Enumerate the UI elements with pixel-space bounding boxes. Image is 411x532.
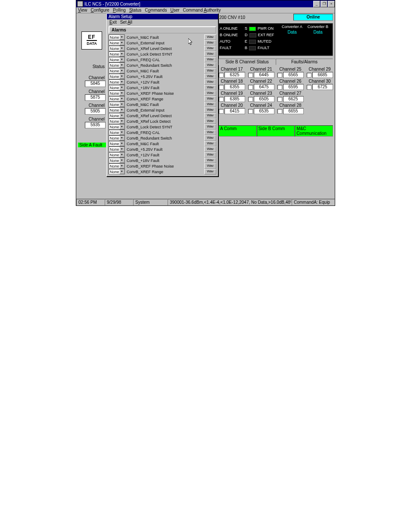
ch2-value[interactable]: 5875 (85, 94, 106, 101)
wav-button[interactable]: Wav (204, 102, 216, 107)
alarm-severity-select[interactable]: None▾ (109, 68, 125, 74)
channel-checkbox[interactable] (219, 73, 224, 78)
wav-button[interactable]: Wav (204, 79, 216, 85)
alarm-severity-select[interactable]: None▾ (109, 141, 125, 146)
channel-value[interactable]: 6625 (283, 96, 304, 102)
channel-value[interactable]: 6415 (224, 108, 245, 114)
channel-checkbox[interactable] (219, 109, 224, 114)
ch1-value[interactable]: 5845 (85, 81, 106, 87)
channel-value[interactable]: 6535 (254, 108, 274, 114)
wav-button[interactable]: Wav (204, 158, 216, 163)
wav-button[interactable]: Wav (204, 169, 216, 174)
wav-button[interactable]: Wav (204, 51, 216, 57)
wav-button[interactable]: Wav (204, 96, 216, 102)
channel-value[interactable]: 6595 (283, 84, 304, 90)
alarm-label: ConvA_M&C Fault (127, 69, 203, 73)
menu-view[interactable]: View (78, 8, 87, 12)
ch3-value[interactable]: 5905 (85, 108, 106, 115)
wav-button[interactable]: Wav (204, 124, 216, 130)
ch4-value[interactable]: 5935 (85, 122, 106, 128)
wav-button[interactable]: Wav (204, 130, 216, 135)
channel-value[interactable]: 6685 (312, 72, 333, 78)
alarm-severity-select[interactable]: None▾ (109, 135, 125, 141)
alarm-severity-select[interactable]: None▾ (109, 40, 125, 46)
wav-button[interactable]: Wav (204, 113, 216, 118)
wav-button[interactable]: Wav (204, 90, 216, 96)
alarm-severity-select[interactable]: None▾ (109, 79, 125, 85)
wav-button[interactable]: Wav (204, 34, 216, 40)
alarm-severity-select[interactable]: None▾ (109, 107, 125, 113)
alarm-severity-select[interactable]: None▾ (109, 146, 125, 152)
alarm-exit[interactable]: Exit (109, 20, 117, 25)
wav-button[interactable]: Wav (204, 107, 216, 113)
channel-checkbox[interactable] (248, 73, 253, 78)
alarm-severity-select[interactable]: None▾ (109, 130, 125, 135)
channel-checkbox[interactable] (277, 97, 282, 102)
channel-value[interactable]: 6355 (224, 84, 245, 90)
channel-value[interactable]: 6475 (254, 84, 274, 90)
channel-checkbox[interactable] (248, 109, 253, 114)
channel-value[interactable]: 6565 (283, 72, 304, 78)
chevron-down-icon: ▾ (119, 52, 125, 56)
alarm-set-all[interactable]: Set All (120, 20, 132, 25)
alarm-severity-select[interactable]: None▾ (109, 85, 125, 90)
alarm-severity-select[interactable]: None▾ (109, 169, 125, 174)
alarm-severity-select[interactable]: None▾ (109, 57, 125, 62)
channel-checkbox[interactable] (307, 73, 311, 78)
wav-button[interactable]: Wav (204, 141, 216, 146)
minimize-button[interactable]: _ (313, 1, 320, 7)
channel-checkbox[interactable] (219, 85, 224, 90)
menu-user[interactable]: User (170, 8, 179, 12)
channel-checkbox[interactable] (219, 97, 224, 102)
menu-configure[interactable]: Configure (91, 8, 109, 12)
wav-button[interactable]: Wav (204, 46, 216, 51)
wav-button[interactable]: Wav (204, 118, 216, 124)
alarm-severity-select[interactable]: None▾ (109, 124, 125, 130)
wav-button[interactable]: Wav (204, 85, 216, 90)
alarm-severity-select[interactable]: None▾ (109, 51, 125, 57)
channel-value[interactable]: 6655 (283, 108, 304, 114)
alarm-severity-select[interactable]: None▾ (109, 74, 125, 79)
menu-status[interactable]: Status (129, 8, 141, 12)
menu-bar: View Configure Polling Status Commands U… (76, 7, 335, 13)
alarm-severity-select[interactable]: None▾ (109, 96, 125, 102)
wav-button[interactable]: Wav (204, 57, 216, 62)
alarm-severity-select[interactable]: None▾ (109, 46, 125, 51)
alarm-severity-select[interactable]: None▾ (109, 34, 125, 40)
channel-checkbox[interactable] (277, 109, 282, 114)
alarm-severity-select[interactable]: None▾ (109, 158, 125, 163)
menu-polling[interactable]: Polling (113, 8, 126, 12)
maximize-button[interactable]: ❐ (321, 1, 327, 7)
logo: EFDATA (81, 31, 102, 50)
wav-button[interactable]: Wav (204, 163, 216, 169)
menu-commands[interactable]: Commands (145, 8, 167, 12)
close-button[interactable]: × (328, 1, 335, 7)
alarm-severity-select[interactable]: None▾ (109, 102, 125, 107)
menu-command-authority[interactable]: Command Authority (183, 8, 221, 12)
channel-name: Channel 20 (218, 103, 245, 108)
channel-checkbox[interactable] (248, 97, 253, 102)
alarm-severity-select[interactable]: None▾ (109, 163, 125, 169)
alarm-severity-select[interactable]: None▾ (109, 113, 125, 118)
channel-checkbox[interactable] (307, 85, 311, 90)
channel-value[interactable]: 6385 (224, 96, 245, 102)
wav-button[interactable]: Wav (204, 74, 216, 79)
channel-checkbox[interactable] (277, 73, 282, 78)
wav-button[interactable]: Wav (204, 152, 216, 158)
wav-button[interactable]: Wav (204, 62, 216, 68)
channel-cell (306, 103, 333, 114)
wav-button[interactable]: Wav (204, 68, 216, 74)
channel-value[interactable]: 6325 (224, 72, 245, 78)
wav-button[interactable]: Wav (204, 146, 216, 152)
wav-button[interactable]: Wav (204, 40, 216, 46)
alarm-severity-select[interactable]: None▾ (109, 152, 125, 158)
alarm-severity-select[interactable]: None▾ (109, 90, 125, 96)
channel-value[interactable]: 6505 (254, 96, 274, 102)
wav-button[interactable]: Wav (204, 135, 216, 141)
channel-checkbox[interactable] (277, 85, 282, 90)
channel-value[interactable]: 6725 (312, 84, 333, 90)
channel-checkbox[interactable] (248, 85, 253, 90)
channel-value[interactable]: 6445 (254, 72, 274, 78)
alarm-severity-select[interactable]: None▾ (109, 62, 125, 68)
alarm-severity-select[interactable]: None▾ (109, 118, 125, 124)
